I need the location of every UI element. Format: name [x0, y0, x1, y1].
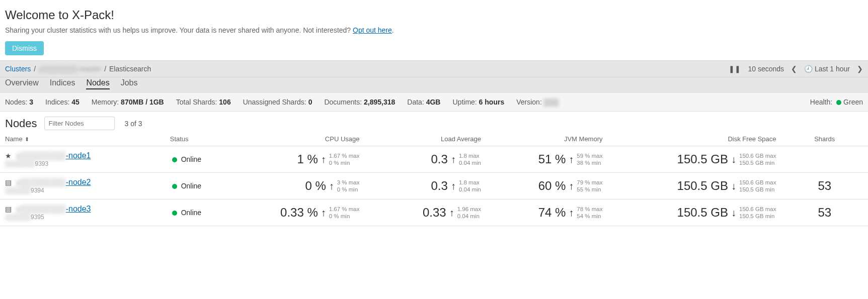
node-transport-address: ▒▒▒▒▒▒9395	[5, 214, 160, 221]
shards-value: 53	[781, 173, 869, 200]
shards-value	[781, 146, 869, 173]
node-status: Online	[165, 146, 243, 173]
arrow-up-icon: ↑	[449, 207, 454, 219]
load-metric: 0.33↑1.96 max0.04 min	[370, 206, 482, 220]
arrow-down-icon: ↓	[731, 154, 736, 165]
tab-nodes[interactable]: Nodes	[86, 77, 109, 89]
breadcrumb-clusters[interactable]: Clusters	[5, 65, 31, 73]
stat-unassigned: Unassigned Shards: 0	[243, 98, 312, 106]
cpu-metric: 0.33 %↑1.67 % max0 % min	[248, 206, 360, 220]
refresh-interval[interactable]: 10 seconds	[748, 65, 784, 73]
welcome-text: Sharing your cluster statistics with us …	[5, 26, 863, 34]
load-metric: 0.3↑1.8 max0.04 min	[370, 152, 482, 167]
stat-version: Version: ▒▒▒	[516, 98, 559, 106]
tab-overview[interactable]: Overview	[5, 77, 39, 89]
node-status: Online	[165, 173, 243, 200]
status-dot-icon	[172, 211, 177, 216]
col-cpu[interactable]: CPU Usage	[243, 132, 365, 146]
node-name-link[interactable]: y▒▒▒▒▒▒▒▒-node3	[16, 205, 91, 213]
table-row: ▤y▒▒▒▒▒▒▒▒-node2 ▒▒▒▒▒▒9394 Online 0 %↑3…	[0, 173, 868, 200]
time-controls: ❚❚ 10 seconds ❮ 🕘 Last 1 hour ❯	[729, 65, 863, 73]
star-icon: ★	[5, 152, 13, 160]
status-dot-icon	[172, 157, 177, 162]
nodes-table: Name⬍ Status CPU Usage Load Average JVM …	[0, 132, 868, 226]
node-name-link[interactable]: y▒▒▒▒▒▒▒▒-node2	[16, 178, 91, 186]
pause-icon[interactable]: ❚❚	[729, 65, 741, 73]
tabs: Overview Indices Nodes Jobs	[0, 77, 868, 92]
cpu-metric: 0 %↑3 % max0 % min	[248, 179, 360, 193]
breadcrumb-cluster-name[interactable]: y▒▒▒▒▒▒▒-master	[39, 65, 101, 73]
stat-indices: Indices: 45	[45, 98, 80, 106]
stats-bar: Nodes: 3 Indices: 45 Memory: 870MB / 1GB…	[0, 92, 868, 112]
tab-jobs[interactable]: Jobs	[121, 77, 138, 89]
breadcrumb: Clusters / y▒▒▒▒▒▒▒-master / Elasticsear…	[5, 65, 151, 73]
server-icon: ▤	[5, 178, 13, 186]
status-dot-icon	[172, 184, 177, 189]
filter-nodes-input[interactable]	[44, 117, 115, 130]
table-row: ★y▒▒▒▒▒▒▒▒-node1 ▒▒▒▒▒▒▒9393 Online 1 %↑…	[0, 146, 868, 173]
stat-data: Data: 4GB	[407, 98, 440, 106]
health-dot-icon	[836, 100, 841, 105]
welcome-banner: Welcome to X-Pack! Sharing your cluster …	[0, 0, 868, 60]
sort-asc-icon: ⬍	[25, 136, 29, 142]
disk-metric: 150.5 GB↓150.6 GB max150.5 GB min	[613, 206, 776, 220]
jvm-metric: 74 %↑78 % max54 % min	[491, 206, 603, 220]
arrow-up-icon: ↑	[321, 154, 326, 165]
clock-icon: 🕘	[804, 65, 813, 73]
node-transport-address: ▒▒▒▒▒▒▒9393	[5, 160, 160, 167]
disk-metric: 150.5 GB↓150.6 GB max150.5 GB min	[613, 152, 776, 167]
arrow-up-icon: ↑	[451, 154, 456, 165]
arrow-up-icon: ↑	[329, 180, 334, 192]
breadcrumb-bar: Clusters / y▒▒▒▒▒▒▒-master / Elasticsear…	[0, 60, 868, 77]
load-metric: 0.3↑1.8 max0.04 min	[370, 179, 482, 193]
stat-uptime: Uptime: 6 hours	[452, 98, 504, 106]
arrow-down-icon: ↓	[731, 207, 736, 219]
jvm-metric: 51 %↑59 % max38 % min	[491, 152, 603, 167]
col-status[interactable]: Status	[165, 132, 243, 146]
node-name-link[interactable]: y▒▒▒▒▒▒▒▒-node1	[16, 151, 91, 160]
welcome-heading: Welcome to X-Pack!	[5, 8, 863, 22]
col-load[interactable]: Load Average	[365, 132, 487, 146]
col-disk[interactable]: Disk Free Space	[608, 132, 781, 146]
stat-nodes: Nodes: 3	[5, 98, 33, 106]
node-status: Online	[165, 200, 243, 226]
node-transport-address: ▒▒▒▒▒▒9394	[5, 187, 160, 194]
col-name[interactable]: Name⬍	[0, 132, 165, 146]
stat-total-shards: Total Shards: 106	[176, 98, 231, 106]
stat-health: Health: Green	[810, 98, 863, 106]
arrow-down-icon: ↓	[731, 180, 736, 192]
col-shards[interactable]: Shards	[781, 132, 869, 146]
section-header: Nodes 3 of 3	[0, 112, 868, 132]
arrow-up-icon: ↑	[321, 207, 326, 219]
jvm-metric: 60 %↑79 % max55 % min	[491, 179, 603, 193]
shards-value: 53	[781, 200, 869, 226]
arrow-up-icon: ↑	[569, 207, 574, 219]
tab-indices[interactable]: Indices	[50, 77, 75, 89]
dismiss-button[interactable]: Dismiss	[5, 41, 44, 55]
cpu-metric: 1 %↑1.67 % max0 % min	[248, 152, 360, 167]
col-jvm[interactable]: JVM Memory	[486, 132, 608, 146]
section-title: Nodes	[5, 117, 37, 130]
disk-metric: 150.5 GB↓150.6 GB max150.5 GB min	[613, 179, 776, 193]
server-icon: ▤	[5, 205, 13, 213]
arrow-up-icon: ↑	[569, 154, 574, 165]
arrow-up-icon: ↑	[451, 180, 456, 192]
chevron-right-icon[interactable]: ❯	[857, 65, 863, 73]
stat-memory: Memory: 870MB / 1GB	[92, 98, 164, 106]
breadcrumb-current: Elasticsearch	[109, 65, 151, 73]
time-range[interactable]: 🕘 Last 1 hour	[804, 65, 850, 73]
arrow-up-icon: ↑	[569, 180, 574, 192]
node-count: 3 of 3	[125, 120, 142, 128]
table-row: ▤y▒▒▒▒▒▒▒▒-node3 ▒▒▒▒▒▒9395 Online 0.33 …	[0, 200, 868, 226]
stat-documents: Documents: 2,895,318	[324, 98, 395, 106]
opt-out-link[interactable]: Opt out here	[353, 26, 392, 34]
chevron-left-icon[interactable]: ❮	[791, 65, 797, 73]
